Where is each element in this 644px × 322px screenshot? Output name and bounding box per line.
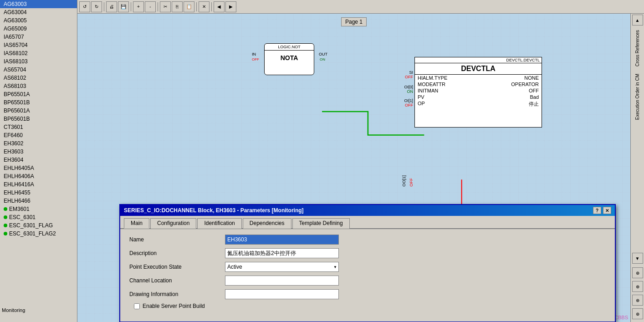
sidebar-item-6[interactable]: IAS68102 [0,49,77,57]
sidebar-item-7[interactable]: IAS68103 [0,57,77,66]
sidebar-item-12[interactable]: BP65501B [0,98,77,107]
sidebar-item-10[interactable]: AS68103 [0,82,77,90]
sidebar-item-11[interactable]: BP65501A [0,90,77,98]
toolbar-cut[interactable]: ✂ [160,1,171,12]
channel-location-label: Channel Location [129,277,220,284]
right-panel-btn2[interactable]: ⊕ [632,281,643,292]
sidebar-item-23[interactable]: EHLH6455 [0,189,77,197]
sidebar-item-label-16: EF6460 [4,132,23,138]
sidebar-item-28[interactable]: ESC_6301_FLAG2 [0,230,77,238]
devctl-oi1-port: OI[1] OFF [391,98,413,107]
sidebar-item-0[interactable]: AG63003 [0,0,77,8]
sidebar-item-label-15: CT3601 [4,124,23,130]
sidebar-item-14[interactable]: BP65601B [0,115,77,123]
description-label: Description [129,250,220,256]
right-panel: ▲ Cross References Execution Order in CM… [630,14,644,322]
toolbar-zoom-in[interactable]: + [133,1,144,12]
sidebar-item-20[interactable]: EHLH6405A [0,164,77,172]
nota-type-label: LOGIC.NOT [265,44,314,51]
sidebar-item-15[interactable]: CT3601 [0,123,77,131]
devctl-header: DEVCTL.DEVCTL [415,57,542,63]
sidebar-item-5[interactable]: IAS65704 [0,41,77,49]
sidebar-item-icon-28 [4,232,7,235]
sidebar-item-label-3: AG65009 [4,26,27,32]
toolbar-copy[interactable]: ⎘ [172,1,183,12]
toolbar-undo[interactable]: ↺ [79,1,90,12]
toolbar-print[interactable]: 🖨 [106,1,117,12]
dialog-close-button[interactable]: ✕ [603,207,611,214]
name-label: Name [129,236,220,243]
sidebar-item-label-13: BP65601A [4,107,30,114]
toolbar-sep3 [158,2,158,11]
sidebar-item-27[interactable]: ESC_6301_FLAG [0,221,77,230]
devctl-block[interactable]: DEVCTL.DEVCTL DEVCTLA HIALM.TYPE NONE MO… [414,57,542,128]
dialog: SERIES_C_IO:DOCHANNEL Block, EH3603 - Pa… [119,204,616,322]
sidebar-item-1[interactable]: AG63004 [0,8,77,16]
dialog-tab-identification[interactable]: Identification [197,218,241,229]
sidebar-item-9[interactable]: AS68102 [0,74,77,82]
toolbar: ↺ ↻ 🖨 💾 + - ✂ ⎘ 📋 ✕ ◀ ▶ [77,0,644,14]
right-panel-btn3[interactable]: ⊕ [632,295,643,306]
sidebar-item-24[interactable]: EHLH6466 [0,197,77,205]
sidebar-item-label-24: EHLH6466 [4,198,31,204]
enable-server-point-build-checkbox[interactable] [134,303,140,309]
right-panel-btn4[interactable]: ⊕ [632,308,643,319]
point-execution-state-select[interactable]: Active Inactive Dormant [225,262,339,272]
dialog-tab-dependencies[interactable]: Dependencies [243,218,291,229]
sidebar-item-2[interactable]: AG63005 [0,16,77,25]
sidebar-item-26[interactable]: ESC_6301 [0,213,77,221]
sidebar-item-label-11: BP65501A [4,91,30,97]
sidebar-item-label-10: AS68103 [4,83,26,89]
sidebar-item-4[interactable]: IA65707 [0,33,77,41]
sidebar-list: AG63003AG63004AG63005AG65009IA65707IAS65… [0,0,77,238]
sidebar-item-21[interactable]: EHLH6406A [0,172,77,180]
sidebar-item-8[interactable]: AS65704 [0,66,77,74]
dialog-tabs: MainConfigurationIdentificationDependenc… [120,216,615,229]
sidebar-item-3[interactable]: AG65009 [0,25,77,33]
sidebar-bottom-label: Monitoring [2,307,25,313]
sidebar-item-13[interactable]: BP65601A [0,107,77,115]
devctl-row-hialm: HIALM.TYPE NONE [415,75,542,81]
toolbar-paste[interactable]: 📋 [184,1,194,12]
sidebar: AG63003AG63004AG63005AG65009IA65707IAS65… [0,0,77,322]
dialog-help-button[interactable]: ? [593,207,601,214]
sidebar-item-label-17: EH3602 [4,140,23,147]
sidebar-item-19[interactable]: EH3604 [0,156,77,164]
description-input[interactable] [225,248,339,258]
dialog-title: SERIES_C_IO:DOCHANNEL Block, EH3603 - Pa… [124,207,304,214]
right-panel-btn1[interactable]: ⊕ [632,267,643,278]
nota-block[interactable]: LOGIC.NOT NOTA IN OFF OUT ON [264,43,314,75]
toolbar-nav-right[interactable]: ▶ [225,1,236,12]
drawing-information-input[interactable] [225,289,339,299]
dialog-titlebar: SERIES_C_IO:DOCHANNEL Block, EH3603 - Pa… [120,205,615,216]
toolbar-delete[interactable]: ✕ [199,1,210,12]
name-input[interactable] [225,235,339,245]
dialog-content: Name Description Point Execution State A… [120,229,615,315]
sidebar-item-label-18: EH3603 [4,148,23,155]
dialog-tab-template-defining[interactable]: Template Defining [292,218,350,229]
sidebar-item-16[interactable]: EF6460 [0,131,77,139]
toolbar-save[interactable]: 💾 [118,1,129,12]
sidebar-item-label-23: EHLH6455 [4,189,31,196]
devctl-row-op: OP 停止 [415,100,542,108]
devctl-row-initman: INITMAN OFF [415,87,542,94]
sidebar-item-label-14: BP65601B [4,116,30,122]
sidebar-item-25[interactable]: EM3601 [0,205,77,213]
toolbar-redo[interactable]: ↻ [91,1,102,12]
sidebar-item-label-6: IAS68102 [4,50,28,56]
sidebar-item-label-0: AG63003 [4,1,27,7]
sidebar-item-label-27: ESC_6301_FLAG [9,222,53,229]
toolbar-nav-left[interactable]: ◀ [214,1,225,12]
sidebar-item-label-19: EH3604 [4,157,23,163]
sidebar-item-label-2: AG63005 [4,17,27,24]
dialog-tab-configuration[interactable]: Configuration [150,218,196,229]
sidebar-item-17[interactable]: EH3602 [0,139,77,148]
channel-location-input[interactable] [225,276,339,286]
sidebar-item-18[interactable]: EH3603 [0,148,77,156]
right-panel-scroll-down[interactable]: ▼ [632,253,643,264]
sidebar-item-22[interactable]: EHLH6416A [0,180,77,189]
right-panel-scroll-up[interactable]: ▲ [632,15,643,26]
toolbar-zoom-out[interactable]: - [145,1,156,12]
sidebar-item-label-12: BP65501B [4,99,30,106]
dialog-tab-main[interactable]: Main [124,218,149,229]
